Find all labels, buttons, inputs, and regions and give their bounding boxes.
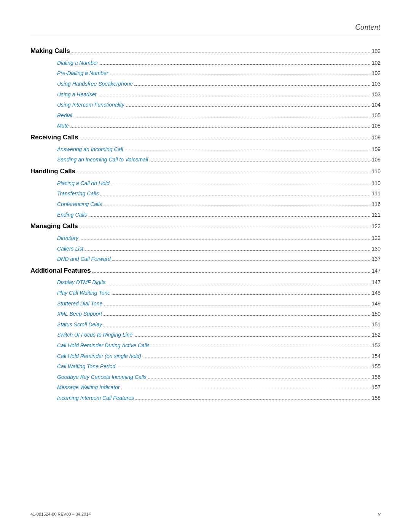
section-page-receiving-calls: 109 xyxy=(372,134,381,142)
subsection-page-display-dtmf-digits: 147 xyxy=(372,279,381,286)
subsection-title-message-waiting-indicator[interactable]: Message Waiting Indicator xyxy=(57,384,120,391)
subsection-page-play-call-waiting-tone: 148 xyxy=(372,289,381,297)
subsection-title-dialing-a-number[interactable]: Dialing a Number xyxy=(57,59,98,67)
toc-section-handling-calls: Handling Calls110 xyxy=(30,167,381,176)
subsection-title-directory[interactable]: Directory xyxy=(57,235,78,242)
toc-dots xyxy=(121,389,370,389)
toc-dots xyxy=(80,228,370,228)
toc-dots xyxy=(104,315,370,316)
toc-dots xyxy=(74,117,370,117)
subsection-title-pre-dialing-a-number[interactable]: Pre-Dialing a Number xyxy=(57,70,108,77)
toc-subsection-using-handsfree-speakerphone: Using Handsfree Speakerphone103 xyxy=(30,80,381,88)
toc-dots xyxy=(98,96,370,96)
section-title-receiving-calls: Receiving Calls xyxy=(30,133,78,142)
subsection-title-transferring-calls[interactable]: Transferring Calls xyxy=(57,190,99,198)
toc-subsection-status-scroll-delay: Status Scroll Delay151 xyxy=(30,321,381,329)
subsection-title-incoming-intercom-call-features[interactable]: Incoming Intercom Call Features xyxy=(57,395,134,402)
toc-dots xyxy=(100,64,370,65)
toc-subsection-transferring-calls: Transferring Calls111 xyxy=(30,190,381,198)
subsection-page-stuttered-dial-tone: 149 xyxy=(372,300,381,308)
subsection-title-ending-calls[interactable]: Ending Calls xyxy=(57,211,87,219)
subsection-page-pre-dialing-a-number: 102 xyxy=(372,70,381,77)
subsection-page-switch-ui-focus-to-ringing-line: 152 xyxy=(372,331,381,339)
subsection-page-callers-list: 130 xyxy=(372,245,381,253)
subsection-title-display-dtmf-digits[interactable]: Display DTMF Digits xyxy=(57,279,105,286)
toc-dots xyxy=(112,260,370,261)
subsection-page-conferencing-calls: 116 xyxy=(372,201,381,208)
section-title-managing-calls: Managing Calls xyxy=(30,222,78,231)
toc-subsection-answering-an-incoming-call: Answering an Incoming Call109 xyxy=(30,146,381,153)
toc-subsection-incoming-intercom-call-features: Incoming Intercom Call Features158 xyxy=(30,395,381,402)
toc-subsection-dialing-a-number: Dialing a Number102 xyxy=(30,59,381,67)
subsection-title-play-call-waiting-tone[interactable]: Play Call Waiting Tone xyxy=(57,289,110,297)
toc-dots xyxy=(126,106,370,107)
subsection-page-dialing-a-number: 102 xyxy=(372,59,381,67)
subsection-title-using-a-headset[interactable]: Using a Headset xyxy=(57,91,97,99)
subsection-title-using-intercom-functionality[interactable]: Using Intercom Functionality xyxy=(57,101,124,109)
section-title-additional-features: Additional Features xyxy=(30,266,91,275)
subsection-page-using-handsfree-speakerphone: 103 xyxy=(372,80,381,88)
toc-section-receiving-calls: Receiving Calls109 xyxy=(30,133,381,142)
subsection-title-sending-an-incoming-call-to-voicemail[interactable]: Sending an Incoming Call to Voicemail xyxy=(57,156,148,164)
subsection-title-goodbye-key-cancels-incoming-calls[interactable]: Goodbye Key Cancels Incoming Calls xyxy=(57,374,147,381)
toc-subsection-mute: Mute108 xyxy=(30,122,381,130)
subsection-title-switch-ui-focus-to-ringing-line[interactable]: Switch UI Focus to Ringing Line xyxy=(57,331,132,339)
toc-subsection-dnd-and-call-forward: DND and Call Forward137 xyxy=(30,256,381,263)
subsection-title-redial[interactable]: Redial xyxy=(57,112,72,120)
subsection-page-incoming-intercom-call-features: 158 xyxy=(372,395,381,402)
section-title-making-calls: Making Calls xyxy=(30,46,70,56)
page: Content Making Calls102Dialing a Number1… xyxy=(0,0,411,532)
subsection-title-dnd-and-call-forward[interactable]: DND and Call Forward xyxy=(57,256,111,263)
subsection-title-call-hold-reminder-during-active-calls[interactable]: Call Hold Reminder During Active Calls xyxy=(57,342,150,350)
subsection-page-call-hold-reminder-on-single-hold: 154 xyxy=(372,353,381,360)
toc-dots xyxy=(80,240,370,240)
subsection-title-callers-list[interactable]: Callers List xyxy=(57,245,83,253)
section-page-making-calls: 102 xyxy=(372,48,381,55)
toc-dots xyxy=(77,173,370,173)
section-title-handling-calls: Handling Calls xyxy=(30,167,75,176)
toc-subsection-play-call-waiting-tone: Play Call Waiting Tone148 xyxy=(30,289,381,297)
subsection-title-call-waiting-tone-period[interactable]: Call Waiting Tone Period xyxy=(57,363,115,371)
toc-dots xyxy=(125,151,370,151)
toc-dots xyxy=(80,139,370,139)
subsection-page-using-intercom-functionality: 104 xyxy=(372,101,381,109)
subsection-page-dnd-and-call-forward: 137 xyxy=(372,256,381,263)
subsection-title-call-hold-reminder-on-single-hold[interactable]: Call Hold Reminder (on single hold) xyxy=(57,353,141,360)
subsection-page-mute: 108 xyxy=(372,122,381,130)
subsection-page-xml-beep-support: 150 xyxy=(372,310,381,318)
subsection-title-status-scroll-delay[interactable]: Status Scroll Delay xyxy=(57,321,102,329)
subsection-page-directory: 122 xyxy=(372,235,381,242)
toc-dots xyxy=(107,284,370,284)
subsection-title-stuttered-dial-tone[interactable]: Stuttered Dial Tone xyxy=(57,300,102,308)
toc-dots xyxy=(134,336,370,337)
header-divider xyxy=(30,35,381,35)
subsection-title-mute[interactable]: Mute xyxy=(57,122,69,130)
subsection-title-placing-a-call-on-hold[interactable]: Placing a Call on Hold xyxy=(57,180,110,187)
header-title: Content xyxy=(355,23,381,32)
toc-dots xyxy=(112,294,370,295)
toc-section-making-calls: Making Calls102 xyxy=(30,46,381,56)
toc-dots xyxy=(100,195,370,195)
section-page-additional-features: 147 xyxy=(372,267,381,275)
subsection-title-answering-an-incoming-call[interactable]: Answering an Incoming Call xyxy=(57,146,123,153)
toc-subsection-xml-beep-support: XML Beep Support150 xyxy=(30,310,381,318)
footer-right: v xyxy=(378,511,381,517)
toc-dots xyxy=(104,206,370,206)
subsection-title-conferencing-calls[interactable]: Conferencing Calls xyxy=(57,201,102,208)
toc-subsection-using-a-headset: Using a Headset103 xyxy=(30,91,381,99)
toc-dots xyxy=(89,216,370,217)
subsection-title-xml-beep-support[interactable]: XML Beep Support xyxy=(57,310,102,318)
toc-subsection-call-hold-reminder-during-active-calls: Call Hold Reminder During Active Calls15… xyxy=(30,342,381,350)
toc-subsection-using-intercom-functionality: Using Intercom Functionality104 xyxy=(30,101,381,109)
toc-subsection-switch-ui-focus-to-ringing-line: Switch UI Focus to Ringing Line152 xyxy=(30,331,381,339)
toc-section-additional-features: Additional Features147 xyxy=(30,266,381,275)
subsection-page-status-scroll-delay: 151 xyxy=(372,321,381,329)
toc-subsection-call-waiting-tone-period: Call Waiting Tone Period155 xyxy=(30,363,381,371)
subsection-page-call-waiting-tone-period: 155 xyxy=(372,363,381,371)
toc-dots xyxy=(111,185,370,185)
subsection-title-using-handsfree-speakerphone[interactable]: Using Handsfree Speakerphone xyxy=(57,80,133,88)
toc-subsection-message-waiting-indicator: Message Waiting Indicator157 xyxy=(30,384,381,391)
toc-dots xyxy=(150,161,370,161)
toc-subsection-sending-an-incoming-call-to-voicemail: Sending an Incoming Call to Voicemail109 xyxy=(30,156,381,164)
toc-dots xyxy=(72,53,370,53)
